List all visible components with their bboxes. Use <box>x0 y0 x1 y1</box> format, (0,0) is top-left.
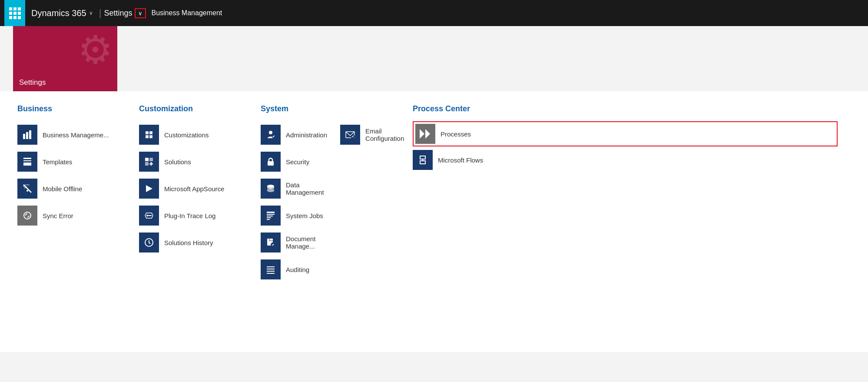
menu-item-sync-error[interactable]: Sync Error <box>17 202 126 229</box>
svg-rect-26 <box>267 216 273 216</box>
solutions-label: Solutions <box>164 158 191 166</box>
templates-icon <box>17 152 37 172</box>
settings-label: Settings <box>104 9 132 18</box>
system-col1: Administration Security Data Management <box>261 121 327 283</box>
menu-item-security[interactable]: Security <box>261 148 327 175</box>
settings-dropdown-chevron: ∨ <box>138 10 142 17</box>
email-config-icon <box>340 125 360 145</box>
process-center-heading: Process Center <box>413 104 838 113</box>
data-management-label: Data Management <box>286 181 327 196</box>
business-management-label: Business Manageme... <box>43 131 109 139</box>
svg-rect-3 <box>23 158 31 159</box>
menu-item-templates[interactable]: Templates <box>17 148 126 175</box>
solutions-icon <box>139 152 159 172</box>
menu-item-administration[interactable]: Administration <box>261 121 327 148</box>
sync-error-label: Sync Error <box>43 212 73 219</box>
breadcrumb: Business Management <box>151 9 222 17</box>
menu-item-microsoft-flows[interactable]: Microsoft Flows <box>413 146 838 173</box>
menu-item-customizations[interactable]: Customizations <box>139 121 248 148</box>
svg-rect-9 <box>145 158 149 161</box>
header: Dynamics 365 ∨ | Settings ∨ Business Man… <box>0 0 868 26</box>
menu-item-plugin-trace[interactable]: Plug-In Trace Log <box>139 202 248 229</box>
waffle-menu-button[interactable] <box>4 0 25 26</box>
system-jobs-icon <box>261 206 281 226</box>
svg-rect-32 <box>267 269 275 269</box>
svg-point-7 <box>27 190 28 192</box>
microsoft-flows-label: Microsoft Flows <box>438 156 483 164</box>
security-label: Security <box>286 158 309 166</box>
svg-rect-31 <box>267 266 275 267</box>
menu-item-solutions[interactable]: Solutions <box>139 148 248 175</box>
email-config-label: Email Configuration <box>365 127 404 142</box>
svg-rect-10 <box>149 158 153 161</box>
menu-item-solutions-history[interactable]: Solutions History <box>139 229 248 256</box>
svg-rect-0 <box>23 134 25 139</box>
svg-rect-33 <box>267 271 275 272</box>
menu-item-appsource[interactable]: Microsoft AppSource <box>139 175 248 202</box>
sections-grid: Business Business Manageme... Templates … <box>17 104 851 283</box>
document-manage-icon <box>261 233 281 252</box>
business-heading: Business <box>17 104 126 113</box>
settings-banner-card: ⚙ Settings <box>13 26 117 91</box>
system-heading: System <box>261 104 400 113</box>
appsource-label: Microsoft AppSource <box>164 185 224 193</box>
document-manage-label: Document Manage... <box>286 235 327 250</box>
svg-point-8 <box>24 212 31 219</box>
processes-icon <box>415 124 435 144</box>
svg-point-22 <box>270 163 272 164</box>
svg-marker-37 <box>420 129 424 139</box>
appsource-icon <box>139 179 159 199</box>
plugin-trace-icon <box>139 206 159 226</box>
process-center-section: Process Center Processes Microsoft Flows <box>413 104 851 283</box>
menu-item-auditing[interactable]: Auditing <box>261 256 327 283</box>
mobile-offline-label: Mobile Offline <box>43 185 82 193</box>
menu-item-processes[interactable]: Processes <box>413 121 838 146</box>
menu-item-mobile-offline[interactable]: Mobile Offline <box>17 175 126 202</box>
app-name[interactable]: Dynamics 365 ∨ <box>25 8 96 18</box>
svg-marker-17 <box>146 214 148 217</box>
templates-label: Templates <box>43 158 72 166</box>
solutions-history-icon <box>139 233 159 252</box>
svg-rect-27 <box>267 217 271 218</box>
sync-error-icon <box>17 206 37 226</box>
system-col2: Email Configuration <box>340 121 404 283</box>
svg-rect-2 <box>29 130 31 139</box>
banner-area: ⚙ Settings <box>0 26 868 91</box>
svg-rect-11 <box>145 162 149 166</box>
banner-label: Settings <box>19 78 46 87</box>
gear-icon: ⚙ <box>78 30 113 70</box>
menu-item-data-management[interactable]: Data Management <box>261 175 327 202</box>
svg-marker-15 <box>146 185 150 192</box>
header-divider: | <box>96 7 104 19</box>
menu-item-email-config[interactable]: Email Configuration <box>340 121 404 148</box>
business-management-icon <box>17 125 37 145</box>
svg-marker-38 <box>425 129 430 139</box>
menu-item-system-jobs[interactable]: System Jobs <box>261 202 327 229</box>
mobile-offline-icon <box>17 179 37 199</box>
svg-point-19 <box>269 131 272 134</box>
customization-section: Customization Customizations Solutions M… <box>139 104 261 283</box>
microsoft-flows-icon <box>413 150 433 170</box>
auditing-icon <box>261 259 281 279</box>
svg-rect-5 <box>23 163 31 166</box>
customizations-label: Customizations <box>164 131 209 139</box>
svg-rect-28 <box>267 219 270 220</box>
system-section: System Administration Security <box>261 104 413 283</box>
svg-rect-34 <box>267 273 275 274</box>
solutions-history-label: Solutions History <box>164 239 213 246</box>
security-icon <box>261 152 281 172</box>
settings-dropdown-button[interactable]: ∨ <box>135 8 146 18</box>
business-section: Business Business Manageme... Templates … <box>17 104 139 283</box>
processes-label: Processes <box>441 130 471 138</box>
auditing-label: Auditing <box>286 266 309 273</box>
svg-rect-24 <box>267 212 275 213</box>
menu-item-document-manage[interactable]: Document Manage... <box>261 229 327 256</box>
menu-item-business-management[interactable]: Business Manageme... <box>17 121 126 148</box>
waffle-icon <box>9 7 21 19</box>
administration-icon <box>261 125 281 145</box>
customizations-icon <box>139 125 159 145</box>
data-management-icon <box>261 179 281 199</box>
settings-nav: Settings ∨ <box>104 8 146 18</box>
svg-rect-4 <box>23 160 31 161</box>
svg-rect-1 <box>26 132 28 139</box>
